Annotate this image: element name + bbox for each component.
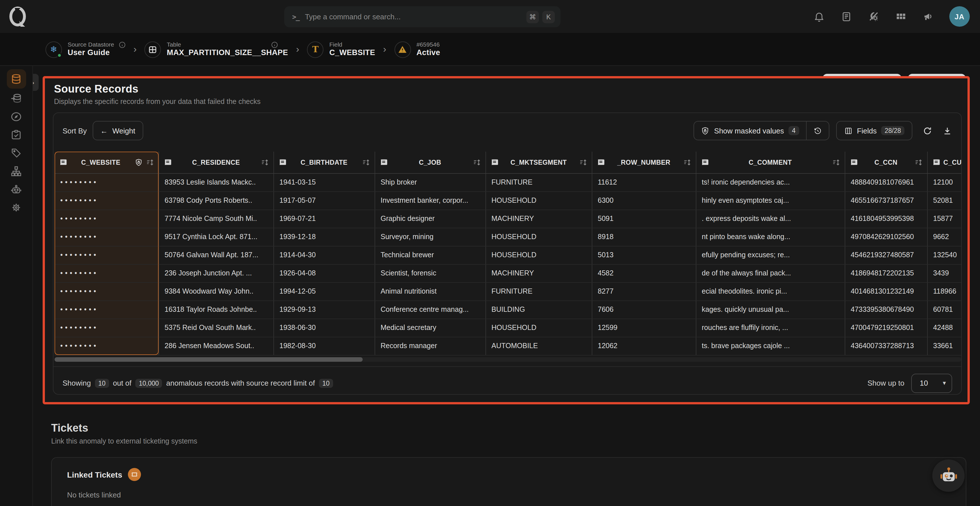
cell-c_website: •••••••• [54, 300, 159, 319]
history-button[interactable] [807, 122, 829, 140]
field-text-icon [597, 159, 605, 167]
sort-icon[interactable] [146, 159, 154, 167]
sort-icon[interactable] [473, 159, 480, 167]
column-header-row-number[interactable]: _ROW_NUMBER [592, 152, 696, 173]
table-row[interactable]: ••••••••50764 Galvan Wall Apt. 187...191… [54, 246, 961, 264]
theme-toggle-icon[interactable] [867, 10, 880, 23]
sidebar-item-settings[interactable] [6, 199, 26, 216]
breadcrumb-anomaly[interactable]: #659546 Active [394, 41, 440, 58]
sort-icon[interactable] [362, 159, 370, 167]
fields-button[interactable]: Fields 28/28 [836, 121, 912, 140]
cell-c_residence: 9517 Cynthia Lock Apt. 871... [159, 228, 274, 246]
k-keycap: K [542, 11, 555, 23]
sort-icon[interactable] [579, 159, 587, 167]
breadcrumb-table[interactable]: Table MAX_PARTITION_SIZE__SHAPE [145, 41, 288, 58]
table-row[interactable]: ••••••••16318 Taylor Roads Johnbe..1929-… [54, 300, 961, 319]
crumb-value: User Guide [68, 48, 125, 58]
history-clock-icon [813, 126, 822, 135]
cell-c_custk: 12100 [927, 173, 961, 191]
cell-c_custk: 3439 [927, 264, 961, 282]
column-header-c-website[interactable]: C_WEBSITE [54, 152, 159, 173]
column-header-c-mktsegment[interactable]: C_MKTSEGMENT [485, 152, 592, 173]
sidebar-item-tags[interactable] [6, 144, 26, 161]
crumb-value: C_WEBSITE [329, 48, 375, 58]
cell-c_custk: 118966 [927, 282, 961, 300]
linked-tickets-label: Linked Tickets [67, 470, 122, 479]
page-size-select[interactable]: 10 ▾ [911, 373, 952, 393]
database-in-icon [10, 92, 22, 104]
cell-c_job: Medical secretary [375, 319, 485, 337]
cell-c_residence: 16318 Taylor Roads Johnbe.. [159, 300, 274, 319]
table-row[interactable]: ••••••••9384 Woodward Way John..1994-12-… [54, 282, 961, 300]
sidebar-item-lineage[interactable] [6, 162, 26, 179]
cell-c_mktsegment: HOUSEHOLD [485, 319, 592, 337]
cell-c_residence: 7774 Nicole Camp South Mi.. [159, 209, 274, 228]
announcements-megaphone-icon[interactable] [922, 10, 934, 23]
cell-c_ccn: 4655166737187657 [845, 191, 927, 209]
user-avatar[interactable]: JA [949, 6, 970, 27]
column-header-c-ccn[interactable]: C_CCN [845, 152, 927, 173]
snowflake-icon: ❄ [46, 41, 62, 58]
cell-c_job: Technical brewer [375, 246, 485, 264]
refresh-icon[interactable] [923, 126, 932, 135]
cell-c_birthdate: 1982-08-30 [274, 337, 375, 355]
table-row[interactable]: ••••••••7774 Nicole Camp South Mi..1969-… [54, 209, 961, 228]
column-header-c-job[interactable]: C_JOB [375, 152, 485, 173]
cell-c_custk: 15877 [927, 209, 961, 228]
sidebar-item-ai-assistant[interactable] [6, 181, 26, 198]
tickets-title: Tickets [51, 422, 88, 435]
scrollbar-thumb[interactable] [54, 357, 363, 362]
app-logo-icon[interactable] [7, 5, 30, 28]
search-input[interactable] [305, 13, 523, 21]
sort-icon[interactable] [261, 159, 269, 167]
cell-c_residence: 286 Jensen Meadows Sout.. [159, 337, 274, 355]
changelog-doc-icon[interactable] [840, 10, 853, 23]
sidebar-item-checks[interactable] [6, 126, 26, 143]
table-row[interactable]: ••••••••286 Jensen Meadows Sout..1982-08… [54, 337, 961, 355]
show-masked-values-button[interactable]: Show masked values 4 [694, 122, 806, 140]
table-row[interactable]: ••••••••83953 Leslie Islands Mackc..1941… [54, 173, 961, 191]
chevron-right-icon: › [295, 44, 300, 55]
table-icon [145, 41, 161, 58]
download-icon[interactable] [942, 126, 952, 135]
breadcrumb-field[interactable]: T Field C_WEBSITE [307, 41, 375, 58]
cell-c_ccn: 4970842629102560 [845, 228, 927, 246]
notifications-bell-icon[interactable] [813, 10, 826, 23]
status-dot [57, 52, 62, 58]
cmd-keycap: ⌘ [527, 11, 539, 23]
column-header-c-comment[interactable]: C_COMMENT [696, 152, 845, 173]
cell-c_ccn: 4014681301232149 [845, 282, 927, 300]
cell-c_custk: 60781 [927, 300, 961, 319]
sort-weight-button[interactable]: ← Weight [92, 121, 143, 140]
command-search[interactable]: >_ ⌘ K [284, 6, 560, 27]
cell-c_ccn: 4364007337288713 [845, 337, 927, 355]
table-row[interactable]: ••••••••9517 Cynthia Lock Apt. 871...193… [54, 228, 961, 246]
breadcrumb: › ❄ Source Datastore User Guide › Table [0, 33, 980, 66]
source-records-card: Sort By ← Weight Show masked values 4 [53, 113, 962, 395]
field-text-icon [379, 159, 387, 167]
column-header-c-custkey[interactable]: C_CUSTK [927, 152, 961, 173]
table-row[interactable]: ••••••••63798 Cody Ports Roberts..1917-0… [54, 191, 961, 209]
column-header-c-birthdate[interactable]: C_BIRTHDATE [274, 152, 375, 173]
apps-grid-icon[interactable] [895, 10, 907, 23]
sort-icon[interactable] [914, 159, 922, 167]
sidebar-item-datastores[interactable] [6, 69, 26, 89]
column-header-c-residence[interactable]: C_RESIDENCE [159, 152, 274, 173]
cell-c_custk: 132540 [927, 246, 961, 264]
cell-c_job: Graphic designer [375, 209, 485, 228]
info-icon[interactable] [271, 41, 278, 48]
sort-icon[interactable] [832, 159, 840, 167]
sort-icon[interactable] [683, 159, 691, 167]
chatbot-button[interactable] [932, 460, 965, 492]
cell-c_job: Scientist, forensic [375, 264, 485, 282]
sidebar-item-explore[interactable] [6, 108, 26, 125]
table-row[interactable]: ••••••••236 Joseph Junction Apt. ...1926… [54, 264, 961, 282]
table-row[interactable]: ••••••••5375 Reid Oval South Mark..1938-… [54, 319, 961, 337]
breadcrumb-datastore[interactable]: ❄ Source Datastore User Guide [46, 41, 125, 58]
sort-direction-arrow-icon: ← [100, 126, 108, 135]
sidebar-item-ingest[interactable] [6, 90, 26, 107]
info-icon[interactable] [119, 41, 125, 48]
cell-c_ccn: 4700479219250801 [845, 319, 927, 337]
cell-c_mktsegment: MACHINERY [485, 264, 592, 282]
cell-c_comment: ts. brave packages cajole ... [696, 337, 845, 355]
